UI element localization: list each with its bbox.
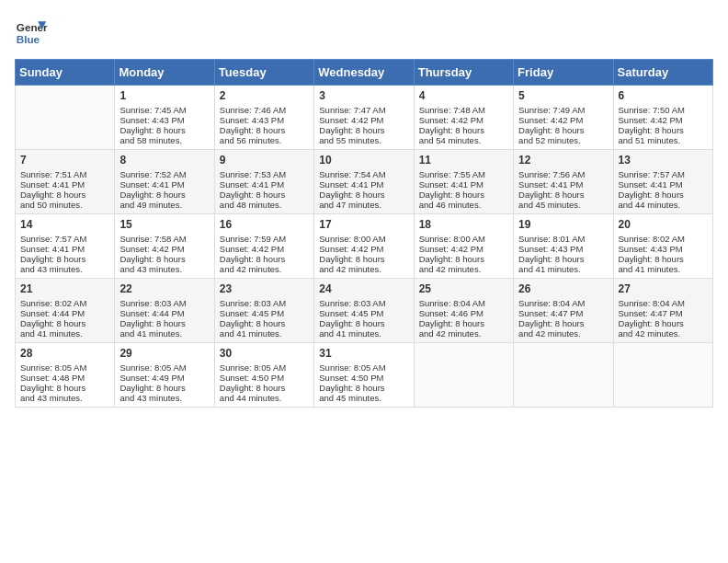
cell-text: and 41 minutes.	[319, 328, 408, 339]
calendar-cell: 19Sunrise: 8:01 AMSunset: 4:43 PMDayligh…	[514, 214, 613, 279]
day-header-friday: Friday	[514, 60, 613, 86]
cell-text: Daylight: 8 hours	[319, 318, 408, 328]
cell-text: Sunset: 4:46 PM	[419, 308, 508, 318]
cell-text: Sunrise: 8:05 AM	[20, 362, 109, 373]
cell-text: Sunset: 4:45 PM	[319, 308, 408, 318]
cell-text: Sunrise: 8:01 AM	[518, 234, 608, 244]
calendar-cell	[613, 343, 712, 408]
cell-text: Sunset: 4:41 PM	[220, 179, 309, 190]
day-header-wednesday: Wednesday	[314, 60, 414, 86]
cell-text: Sunset: 4:44 PM	[20, 308, 109, 318]
day-number: 22	[119, 282, 209, 295]
cell-text: Daylight: 8 hours	[419, 318, 508, 328]
day-header-thursday: Thursday	[414, 60, 513, 86]
cell-text: and 56 minutes.	[220, 135, 309, 145]
cell-text: Daylight: 8 hours	[220, 383, 309, 393]
day-number: 9	[220, 154, 309, 167]
day-number: 2	[220, 89, 309, 102]
cell-text: and 45 minutes.	[319, 393, 408, 403]
cell-text: Daylight: 8 hours	[419, 125, 508, 135]
calendar-cell: 6Sunrise: 7:50 AMSunset: 4:42 PMDaylight…	[613, 86, 712, 150]
day-number: 24	[319, 282, 408, 295]
calendar-cell: 15Sunrise: 7:58 AMSunset: 4:42 PMDayligh…	[115, 214, 214, 279]
day-number: 1	[119, 89, 209, 102]
day-number: 23	[220, 282, 309, 295]
logo-icon: General Blue	[15, 15, 48, 48]
calendar-cell: 12Sunrise: 7:56 AMSunset: 4:41 PMDayligh…	[514, 150, 613, 214]
cell-text: Daylight: 8 hours	[20, 383, 109, 393]
day-number: 13	[619, 154, 708, 167]
cell-text: and 42 minutes.	[518, 328, 608, 339]
calendar-cell: 27Sunrise: 8:04 AMSunset: 4:47 PMDayligh…	[613, 279, 712, 343]
cell-text: Sunset: 4:42 PM	[419, 244, 508, 254]
day-number: 8	[119, 154, 209, 167]
cell-text: Sunset: 4:41 PM	[419, 179, 508, 190]
cell-text: and 43 minutes.	[119, 393, 209, 403]
week-row-1: 1Sunrise: 7:45 AMSunset: 4:43 PMDaylight…	[16, 86, 713, 150]
cell-text: Daylight: 8 hours	[119, 318, 209, 328]
day-number: 30	[220, 347, 309, 360]
cell-text: Sunset: 4:41 PM	[20, 179, 109, 190]
cell-text: Sunrise: 7:47 AM	[319, 105, 408, 115]
cell-text: Daylight: 8 hours	[619, 125, 708, 135]
cell-text: Sunrise: 7:52 AM	[119, 169, 209, 179]
calendar-cell	[514, 343, 613, 408]
cell-text: Sunrise: 8:00 AM	[419, 234, 508, 244]
cell-text: Daylight: 8 hours	[20, 254, 109, 264]
cell-text: Sunset: 4:41 PM	[319, 179, 408, 190]
day-header-sunday: Sunday	[16, 60, 115, 86]
day-number: 29	[119, 347, 209, 360]
cell-text: and 43 minutes.	[20, 264, 109, 274]
cell-text: Daylight: 8 hours	[220, 125, 309, 135]
logo: General Blue	[15, 15, 48, 48]
calendar-cell: 9Sunrise: 7:53 AMSunset: 4:41 PMDaylight…	[214, 150, 313, 214]
cell-text: and 41 minutes.	[119, 328, 209, 339]
cell-text: Daylight: 8 hours	[220, 318, 309, 328]
cell-text: Sunrise: 7:50 AM	[619, 105, 708, 115]
cell-text: Daylight: 8 hours	[319, 125, 408, 135]
day-number: 6	[619, 89, 708, 102]
calendar-cell: 17Sunrise: 8:00 AMSunset: 4:42 PMDayligh…	[314, 214, 414, 279]
calendar-cell: 24Sunrise: 8:03 AMSunset: 4:45 PMDayligh…	[314, 279, 414, 343]
day-number: 18	[419, 218, 508, 231]
cell-text: Sunrise: 8:03 AM	[319, 298, 408, 308]
cell-text: Sunrise: 8:05 AM	[220, 362, 309, 373]
day-number: 15	[119, 218, 209, 231]
calendar-cell	[16, 86, 115, 150]
page-header: General Blue	[15, 15, 713, 48]
calendar-cell: 11Sunrise: 7:55 AMSunset: 4:41 PMDayligh…	[414, 150, 513, 214]
cell-text: and 42 minutes.	[419, 264, 508, 274]
cell-text: Sunrise: 8:04 AM	[419, 298, 508, 308]
cell-text: Sunrise: 7:53 AM	[220, 169, 309, 179]
calendar-header: SundayMondayTuesdayWednesdayThursdayFrid…	[16, 60, 713, 86]
cell-text: Sunrise: 7:51 AM	[20, 169, 109, 179]
calendar-cell: 3Sunrise: 7:47 AMSunset: 4:42 PMDaylight…	[314, 86, 414, 150]
calendar-cell: 10Sunrise: 7:54 AMSunset: 4:41 PMDayligh…	[314, 150, 414, 214]
cell-text: Sunrise: 7:58 AM	[119, 234, 209, 244]
cell-text: Sunset: 4:47 PM	[518, 308, 608, 318]
cell-text: Daylight: 8 hours	[319, 190, 408, 200]
cell-text: and 52 minutes.	[518, 135, 608, 145]
cell-text: and 45 minutes.	[518, 200, 608, 210]
cell-text: Sunset: 4:42 PM	[119, 244, 209, 254]
cell-text: Sunset: 4:41 PM	[20, 244, 109, 254]
cell-text: and 58 minutes.	[119, 135, 209, 145]
cell-text: and 44 minutes.	[220, 393, 309, 403]
calendar-cell: 30Sunrise: 8:05 AMSunset: 4:50 PMDayligh…	[214, 343, 313, 408]
cell-text: Sunrise: 7:54 AM	[319, 169, 408, 179]
cell-text: and 46 minutes.	[419, 200, 508, 210]
week-row-2: 7Sunrise: 7:51 AMSunset: 4:41 PMDaylight…	[16, 150, 713, 214]
calendar-table: SundayMondayTuesdayWednesdayThursdayFrid…	[15, 59, 713, 408]
week-row-4: 21Sunrise: 8:02 AMSunset: 4:44 PMDayligh…	[16, 279, 713, 343]
cell-text: Sunset: 4:48 PM	[20, 373, 109, 383]
calendar-cell: 7Sunrise: 7:51 AMSunset: 4:41 PMDaylight…	[16, 150, 115, 214]
day-number: 7	[20, 154, 109, 167]
calendar-cell: 5Sunrise: 7:49 AMSunset: 4:42 PMDaylight…	[514, 86, 613, 150]
day-header-row: SundayMondayTuesdayWednesdayThursdayFrid…	[16, 60, 713, 86]
week-row-5: 28Sunrise: 8:05 AMSunset: 4:48 PMDayligh…	[16, 343, 713, 408]
cell-text: Daylight: 8 hours	[619, 318, 708, 328]
cell-text: Sunset: 4:43 PM	[619, 244, 708, 254]
cell-text: Sunrise: 7:48 AM	[419, 105, 508, 115]
calendar-cell: 31Sunrise: 8:05 AMSunset: 4:50 PMDayligh…	[314, 343, 414, 408]
day-header-saturday: Saturday	[613, 60, 712, 86]
